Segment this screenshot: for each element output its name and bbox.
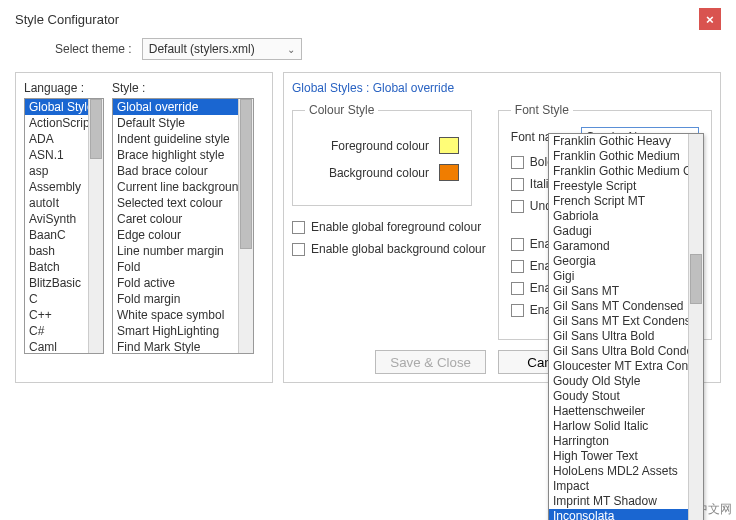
enable-fg-checkbox[interactable] [292, 221, 305, 234]
list-item[interactable]: autoIt [25, 195, 88, 211]
enable-fg-label: Enable global foreground colour [311, 220, 481, 234]
list-item[interactable]: White space symbol [113, 307, 238, 323]
list-item[interactable]: Fold [113, 259, 238, 275]
close-icon: × [706, 12, 714, 27]
dropdown-item[interactable]: Goudy Old Style [549, 374, 688, 389]
font-legend: Font Style [511, 103, 573, 117]
dropdown-item[interactable]: Impact [549, 479, 688, 494]
list-item[interactable]: Fold active [113, 275, 238, 291]
list-item[interactable]: Indent guideline style [113, 131, 238, 147]
scrollbar-thumb[interactable] [240, 99, 252, 249]
list-item[interactable]: Assembly [25, 179, 88, 195]
foreground-colour-swatch[interactable] [439, 137, 459, 154]
list-item[interactable]: Batch [25, 259, 88, 275]
list-item[interactable]: asp [25, 163, 88, 179]
list-item[interactable]: ASN.1 [25, 147, 88, 163]
enable-bg-checkbox[interactable] [292, 243, 305, 256]
dropdown-item[interactable]: Goudy Stout [549, 389, 688, 404]
foreground-label: Foreground colour [331, 139, 429, 153]
list-item[interactable]: C [25, 291, 88, 307]
list-item[interactable]: AviSynth [25, 211, 88, 227]
enable-global-checkbox[interactable] [511, 238, 524, 251]
dropdown-item[interactable]: Franklin Gothic Heavy [549, 134, 688, 149]
dropdown-item[interactable]: HoloLens MDL2 Assets [549, 464, 688, 479]
dropdown-item[interactable]: High Tower Text [549, 449, 688, 464]
list-item[interactable]: Caret colour [113, 211, 238, 227]
style-label: Style : [112, 81, 254, 95]
scrollbar-thumb[interactable] [690, 254, 702, 304]
list-item[interactable]: Line number margin [113, 243, 238, 259]
close-button[interactable]: × [699, 8, 721, 30]
dropdown-item[interactable]: Gigi [549, 269, 688, 284]
dropdown-item[interactable]: Gil Sans MT Condensed [549, 299, 688, 314]
dropdown-item[interactable]: Gil Sans MT [549, 284, 688, 299]
underline-checkbox[interactable] [511, 200, 524, 213]
scrollbar[interactable] [688, 134, 703, 520]
colour-style-group: Colour Style Foreground colour Backgroun… [292, 103, 472, 206]
dropdown-item[interactable]: Gadugi [549, 224, 688, 239]
list-item[interactable]: Brace highlight style [113, 147, 238, 163]
background-colour-swatch[interactable] [439, 164, 459, 181]
scrollbar-thumb[interactable] [90, 99, 102, 159]
list-item[interactable]: Bad brace colour [113, 163, 238, 179]
dropdown-item[interactable]: Gabriola [549, 209, 688, 224]
list-item[interactable]: Find Mark Style [113, 339, 238, 353]
dropdown-item[interactable]: Gil Sans Ultra Bold Condensed [549, 344, 688, 359]
theme-value: Default (stylers.xml) [149, 42, 255, 56]
list-item[interactable]: Fold margin [113, 291, 238, 307]
chevron-down-icon: ⌄ [287, 44, 295, 55]
italic-checkbox[interactable] [511, 178, 524, 191]
list-item[interactable]: Selected text colour [113, 195, 238, 211]
enable-global-checkbox[interactable] [511, 282, 524, 295]
scrollbar[interactable] [238, 99, 253, 353]
theme-select[interactable]: Default (stylers.xml) ⌄ [142, 38, 302, 60]
style-listbox[interactable]: Global overrideDefault StyleIndent guide… [112, 98, 254, 354]
style-breadcrumb: Global Styles : Global override [292, 81, 712, 95]
list-item[interactable]: Caml [25, 339, 88, 353]
left-panel: Language : Global StylesActionScriptADAA… [15, 72, 273, 383]
list-item[interactable]: Global override [113, 99, 238, 115]
language-listbox[interactable]: Global StylesActionScriptADAASN.1aspAsse… [24, 98, 104, 354]
list-item[interactable]: BlitzBasic [25, 275, 88, 291]
scrollbar[interactable] [88, 99, 103, 353]
colour-legend: Colour Style [305, 103, 378, 117]
dropdown-item[interactable]: Gil Sans Ultra Bold [549, 329, 688, 344]
list-item[interactable]: BaanC [25, 227, 88, 243]
dropdown-item[interactable]: French Script MT [549, 194, 688, 209]
font-name-dropdown[interactable]: Franklin Gothic HeavyFranklin Gothic Med… [548, 133, 704, 520]
list-item[interactable]: C++ [25, 307, 88, 323]
enable-global-checkbox[interactable] [511, 304, 524, 317]
theme-label: Select theme : [55, 42, 132, 56]
list-item[interactable]: C# [25, 323, 88, 339]
dropdown-item[interactable]: Haettenschweiler [549, 404, 688, 419]
window-title: Style Configurator [15, 12, 119, 27]
list-item[interactable]: Default Style [113, 115, 238, 131]
dropdown-item[interactable]: Georgia [549, 254, 688, 269]
dropdown-item[interactable]: Garamond [549, 239, 688, 254]
save-close-button[interactable]: Save & Close [375, 350, 486, 374]
dropdown-item[interactable]: Harlow Solid Italic [549, 419, 688, 434]
dropdown-item[interactable]: Inconsolata [549, 509, 688, 520]
list-item[interactable]: ActionScript [25, 115, 88, 131]
list-item[interactable]: Global Styles [25, 99, 88, 115]
list-item[interactable]: Current line background [113, 179, 238, 195]
enable-bg-label: Enable global background colour [311, 242, 486, 256]
language-label: Language : [24, 81, 104, 95]
list-item[interactable]: Edge colour [113, 227, 238, 243]
dropdown-item[interactable]: Freestyle Script [549, 179, 688, 194]
dropdown-item[interactable]: Imprint MT Shadow [549, 494, 688, 509]
bold-checkbox[interactable] [511, 156, 524, 169]
list-item[interactable]: Smart HighLighting [113, 323, 238, 339]
dropdown-item[interactable]: Harrington [549, 434, 688, 449]
enable-global-checkbox[interactable] [511, 260, 524, 273]
dropdown-item[interactable]: Gil Sans MT Ext Condensed [549, 314, 688, 329]
list-item[interactable]: bash [25, 243, 88, 259]
dropdown-item[interactable]: Franklin Gothic Medium Cond [549, 164, 688, 179]
dropdown-item[interactable]: Gloucester MT Extra Condensed [549, 359, 688, 374]
list-item[interactable]: ADA [25, 131, 88, 147]
background-label: Background colour [329, 166, 429, 180]
dropdown-item[interactable]: Franklin Gothic Medium [549, 149, 688, 164]
